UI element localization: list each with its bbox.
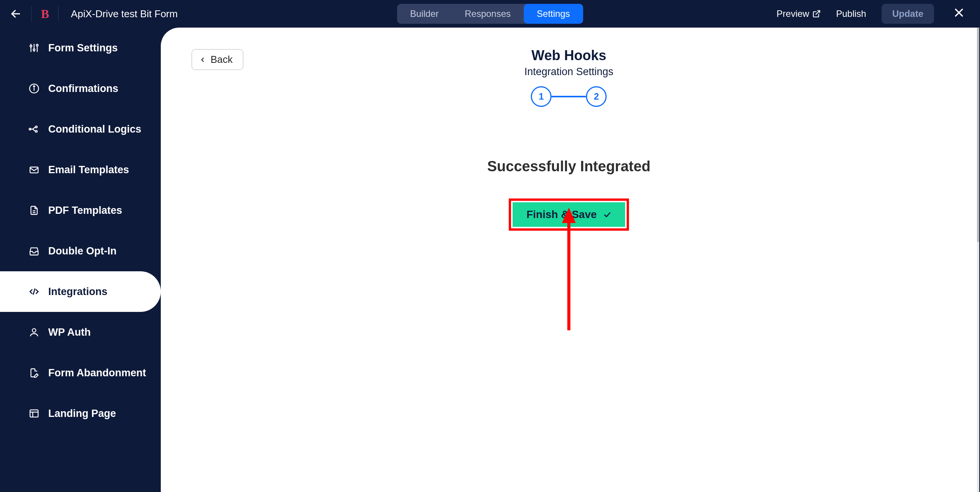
arrow-shaft	[567, 223, 570, 330]
step-connector	[552, 96, 586, 97]
sidebar-item-form-settings[interactable]: Form Settings	[0, 28, 161, 68]
svg-rect-20	[30, 410, 38, 417]
back-label: Back	[211, 54, 233, 66]
branch-icon	[28, 123, 40, 135]
form-title: ApiX-Drive test Bit Form	[71, 8, 178, 20]
topbar-right: Preview Publish Update	[777, 4, 965, 24]
external-link-icon	[812, 10, 821, 18]
sidebar-item-integrations[interactable]: Integrations	[0, 271, 161, 312]
sidebar-item-label: Landing Page	[48, 408, 116, 420]
mail-icon	[28, 164, 40, 175]
sidebar-item-label: Form Settings	[48, 42, 118, 54]
file-icon	[28, 205, 40, 216]
main-tabs: Builder Responses Settings	[397, 4, 583, 24]
publish-button[interactable]: Publish	[836, 8, 866, 19]
svg-point-7	[33, 49, 35, 51]
tab-builder[interactable]: Builder	[397, 4, 452, 24]
sidebar-item-email-templates[interactable]: Email Templates	[0, 149, 161, 190]
page-head: Web Hooks Integration Settings 1 2	[524, 48, 614, 107]
preview-button[interactable]: Preview	[777, 8, 821, 19]
topbar: B ApiX-Drive test Bit Form Builder Respo…	[0, 0, 980, 28]
file-edit-icon	[28, 367, 40, 379]
step-2[interactable]: 2	[586, 86, 607, 107]
scrollbar-thumb[interactable]	[977, 28, 979, 242]
sidebar-item-form-abandonment[interactable]: Form Abandonment	[0, 353, 161, 393]
back-arrow-icon[interactable]	[9, 7, 22, 20]
stepper: 1 2	[524, 86, 614, 107]
step-1[interactable]: 1	[531, 86, 552, 107]
sidebar-item-wp-auth[interactable]: WP Auth	[0, 312, 161, 353]
annotation-arrow	[562, 208, 576, 330]
tab-responses[interactable]: Responses	[452, 4, 524, 24]
svg-point-8	[36, 44, 38, 46]
chevron-left-icon	[199, 56, 206, 63]
svg-point-19	[32, 329, 36, 332]
finish-label: Finish & Save	[526, 208, 597, 221]
svg-line-18	[33, 289, 35, 295]
brand-logo[interactable]: B	[41, 7, 49, 21]
sidebar-item-label: WP Auth	[48, 326, 91, 338]
inbox-icon	[28, 245, 40, 257]
close-icon[interactable]	[953, 7, 965, 21]
info-icon	[28, 83, 40, 94]
sliders-icon	[28, 42, 40, 54]
sidebar-item-conditional-logics[interactable]: Conditional Logics	[0, 109, 161, 149]
sidebar-item-label: Email Templates	[48, 164, 129, 176]
sidebar: Form Settings Confirmations Conditional …	[0, 28, 161, 492]
sidebar-item-label: PDF Templates	[48, 205, 122, 216]
svg-point-11	[33, 86, 34, 87]
sidebar-item-label: Form Abandonment	[48, 367, 146, 379]
svg-line-0	[816, 11, 820, 15]
divider	[58, 6, 59, 21]
code-icon	[28, 286, 40, 297]
sidebar-item-confirmations[interactable]: Confirmations	[0, 68, 161, 109]
sidebar-item-landing-page[interactable]: Landing Page	[0, 393, 161, 434]
update-button[interactable]: Update	[882, 4, 934, 24]
main-panel: Back Web Hooks Integration Settings 1 2 …	[161, 28, 977, 492]
sidebar-item-pdf-templates[interactable]: PDF Templates	[0, 190, 161, 231]
success-message: Successfully Integrated	[191, 158, 946, 175]
topbar-left: B ApiX-Drive test Bit Form	[9, 6, 178, 21]
svg-rect-15	[30, 167, 38, 173]
tab-settings[interactable]: Settings	[524, 4, 583, 24]
sidebar-item-label: Conditional Logics	[48, 123, 141, 135]
sidebar-item-label: Confirmations	[48, 83, 118, 95]
divider	[31, 6, 32, 21]
page-title: Web Hooks	[524, 48, 614, 64]
svg-point-6	[30, 45, 32, 47]
sidebar-item-label: Double Opt-In	[48, 245, 116, 257]
arrow-head-icon	[562, 208, 576, 223]
check-icon	[603, 210, 611, 219]
user-icon	[28, 326, 40, 338]
layout-icon	[28, 408, 40, 419]
preview-label: Preview	[777, 8, 809, 19]
back-button[interactable]: Back	[191, 49, 243, 70]
svg-point-13	[36, 131, 38, 133]
svg-point-12	[36, 126, 38, 128]
page-subtitle: Integration Settings	[524, 66, 614, 78]
sidebar-item-label: Integrations	[48, 286, 108, 298]
sidebar-item-double-opt-in[interactable]: Double Opt-In	[0, 231, 161, 271]
